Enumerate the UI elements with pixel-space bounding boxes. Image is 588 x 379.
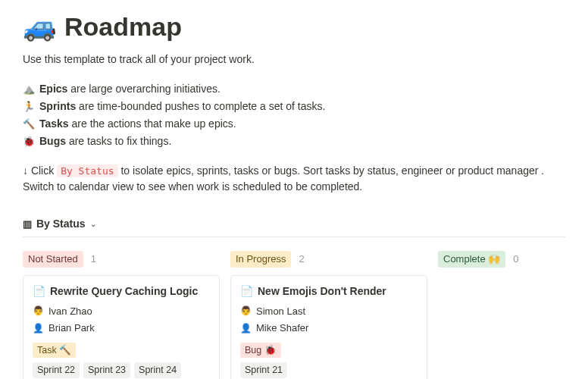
column-header-complete[interactable]: Complete 🙌 0 (438, 251, 567, 268)
sprint-tag: Sprint 22 (33, 362, 80, 378)
legend-epics-name: Epics (39, 83, 67, 95)
card-title-row: 📄 Rewrite Query Caching Logic (33, 283, 210, 299)
page-emoji-icon[interactable]: 🚙 (23, 6, 57, 47)
status-tag-not-started: Not Started (23, 251, 83, 268)
card-rewrite-query-caching[interactable]: 📄 Rewrite Query Caching Logic 👨 Ivan Zha… (23, 275, 220, 380)
legend-tasks-name: Tasks (39, 117, 69, 130)
hint-code: By Status (57, 164, 117, 177)
column-count-in-progress: 2 (299, 252, 304, 267)
type-tag-bug: Bug 🐞 (240, 343, 281, 359)
sprint-tags: Sprint 21 (240, 362, 418, 378)
card-new-emojis-dont-render[interactable]: 📄 New Emojis Don't Render 👨 Simon Last 👤… (230, 275, 427, 380)
sprint-tag: Sprint 23 (83, 362, 130, 378)
chevron-down-icon: ⌄ (90, 218, 96, 230)
person-name: Ivan Zhao (48, 304, 92, 319)
legend-block: ⛰️ Epics are large overarching initiativ… (23, 81, 565, 149)
legend-tasks[interactable]: 🔨 Tasks are the actions that make up epi… (23, 116, 565, 132)
page-title-text[interactable]: Roadmap (64, 8, 182, 46)
type-tag-task: Task 🔨 (33, 343, 76, 359)
status-tag-in-progress: In Progress (230, 251, 291, 268)
legend-bugs[interactable]: 🐞 Bugs are tasks to fix things. (23, 133, 565, 149)
person-name: Brian Park (48, 321, 95, 336)
sprint-tag: Sprint 24 (134, 362, 181, 378)
card-title-text: Rewrite Query Caching Logic (50, 283, 198, 299)
person-brian-park: 👤 Brian Park (33, 321, 210, 336)
board-icon: ▥ (23, 217, 32, 232)
hint-text[interactable]: ↓ Click By Status to isolate epics, spri… (23, 163, 565, 195)
column-count-complete: 0 (513, 252, 518, 267)
status-tag-complete: Complete 🙌 (438, 251, 505, 268)
legend-bugs-name: Bugs (39, 135, 66, 147)
avatar-icon: 👨 (240, 305, 252, 317)
legend-bugs-desc: are tasks to fix things. (66, 135, 171, 147)
person-ivan-zhao: 👨 Ivan Zhao (33, 304, 210, 319)
column-header-in-progress[interactable]: In Progress 2 (230, 251, 427, 268)
view-switcher[interactable]: ▥ By Status ⌄ (23, 211, 565, 237)
avatar-icon: 👤 (33, 322, 44, 334)
card-title-text: New Emojis Don't Render (258, 283, 386, 299)
avatar-icon: 👨 (33, 305, 44, 317)
mountain-icon: ⛰️ (23, 82, 35, 97)
column-in-progress: In Progress 2 📄 New Emojis Don't Render … (230, 251, 427, 379)
avatar-icon: 👤 (240, 322, 252, 334)
sprint-tag: Sprint 21 (240, 362, 287, 378)
legend-sprints-desc: are time-bounded pushes to complete a se… (76, 100, 325, 112)
sprint-tags: Sprint 22 Sprint 23 Sprint 24 (33, 362, 210, 378)
kanban-board: Not Started 1 📄 Rewrite Query Caching Lo… (23, 251, 565, 379)
page-subtitle[interactable]: Use this template to track all of your p… (23, 52, 565, 67)
person-name: Mike Shafer (256, 321, 308, 336)
legend-epics-desc: are large overarching initiatives. (67, 83, 220, 95)
document-icon: 📄 (240, 283, 253, 299)
hammer-icon: 🔨 (23, 117, 35, 132)
document-icon: 📄 (33, 283, 45, 299)
column-header-not-started[interactable]: Not Started 1 (23, 251, 220, 268)
person-simon-last: 👨 Simon Last (240, 304, 418, 319)
bug-icon: 🐞 (23, 134, 35, 149)
person-mike-shafer: 👤 Mike Shafer (240, 321, 418, 336)
view-label: By Status (36, 216, 86, 232)
legend-sprints-name: Sprints (39, 100, 76, 112)
column-count-not-started: 1 (91, 252, 96, 267)
column-not-started: Not Started 1 📄 Rewrite Query Caching Lo… (23, 251, 220, 379)
legend-sprints[interactable]: 🏃 Sprints are time-bounded pushes to com… (23, 99, 565, 114)
legend-epics[interactable]: ⛰️ Epics are large overarching initiativ… (23, 81, 565, 97)
person-name: Simon Last (256, 304, 305, 319)
column-complete: Complete 🙌 0 (438, 251, 567, 379)
legend-tasks-desc: are the actions that make up epics. (69, 117, 236, 130)
card-title-row: 📄 New Emojis Don't Render (240, 283, 418, 299)
runner-icon: 🏃 (23, 99, 35, 114)
page-title: 🚙 Roadmap (23, 6, 565, 47)
hint-prefix: ↓ Click (23, 164, 57, 177)
